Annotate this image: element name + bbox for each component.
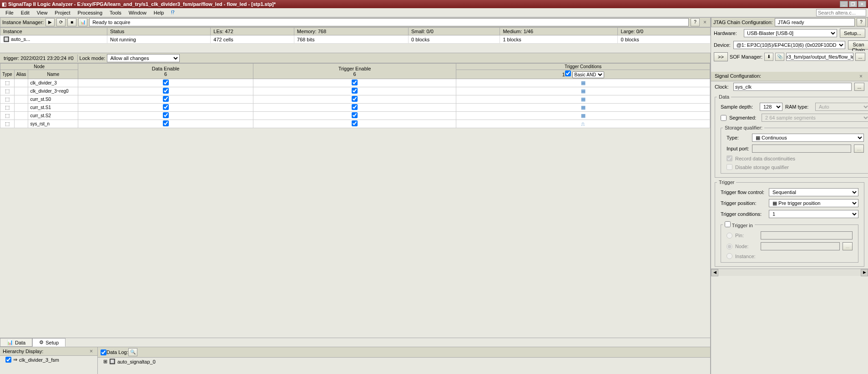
tfc-select[interactable]: Sequential bbox=[769, 188, 858, 196]
de-checkbox[interactable] bbox=[163, 88, 169, 94]
trigger-condition-cell[interactable]: ▦ bbox=[456, 112, 710, 120]
col-instance[interactable]: Instance bbox=[0, 28, 107, 35]
stop-button[interactable]: ■ bbox=[67, 18, 76, 26]
node-row[interactable]: ⬚sys_rst_n⎍ bbox=[0, 120, 710, 128]
hier-checkbox[interactable] bbox=[5, 357, 11, 363]
te-checkbox[interactable] bbox=[352, 96, 358, 102]
menu-edit[interactable]: Edit bbox=[17, 9, 33, 16]
te-checkbox[interactable] bbox=[352, 104, 358, 110]
col-les[interactable]: LEs: 472 bbox=[211, 28, 294, 35]
instance-row[interactable]: 🔲 auto_s... Not running 472 cells 768 bi… bbox=[0, 35, 711, 44]
col-status[interactable]: Status bbox=[107, 28, 211, 35]
sof-browse-button[interactable]: ... bbox=[855, 53, 865, 61]
scroll-left[interactable]: ◀ bbox=[711, 269, 718, 276]
close-button[interactable]: × bbox=[858, 1, 866, 7]
node-row[interactable]: ⬚curr_st.S2▦ bbox=[0, 112, 710, 120]
tp-select[interactable]: ▦ Pre trigger position bbox=[769, 199, 858, 207]
de-checkbox[interactable] bbox=[163, 112, 169, 118]
right-scrollbar[interactable]: ◀ ▶ bbox=[711, 269, 868, 276]
node-row[interactable]: ⬚curr_st.S1▦ bbox=[0, 104, 710, 112]
node-row[interactable]: ⬚curr_st.S0▦ bbox=[0, 95, 710, 104]
trigger-legend: Trigger bbox=[717, 180, 736, 185]
signal-in-icon: ⬚ bbox=[5, 113, 10, 118]
menu-file[interactable]: File bbox=[2, 9, 17, 16]
sq-type-select[interactable]: ▦ Continuous bbox=[752, 134, 864, 142]
sample-depth-select[interactable]: 128 bbox=[760, 103, 782, 111]
hierarchy-item[interactable]: ⇒clk_divider_3_fsm bbox=[0, 356, 97, 364]
col-large[interactable]: Large: 0/0 bbox=[618, 28, 711, 35]
titlebar: ◧ SignalTap II Logic Analyzer - E:/sxy/F… bbox=[0, 0, 868, 8]
tc-sub[interactable]: 1 Basic AND bbox=[456, 70, 710, 79]
te-checkbox[interactable] bbox=[352, 88, 358, 94]
trigger-condition-cell[interactable]: ⎍ bbox=[456, 120, 710, 128]
de-checkbox[interactable] bbox=[163, 96, 169, 102]
col-medium[interactable]: Medium: 1/46 bbox=[500, 28, 618, 35]
node-name: curr_st.S2 bbox=[28, 112, 78, 120]
attach-sof-button[interactable]: >> bbox=[714, 52, 728, 61]
help-button[interactable]: ? bbox=[691, 18, 700, 26]
col-small[interactable]: Small: 0/0 bbox=[408, 28, 500, 35]
run-analysis-button[interactable]: ▶ bbox=[45, 18, 55, 26]
signal-in-icon: ⬚ bbox=[5, 121, 10, 126]
maximize-button[interactable]: ❐ bbox=[849, 1, 857, 7]
de-header[interactable]: Data Enable6 bbox=[78, 64, 253, 79]
setup-button[interactable]: Setup... bbox=[840, 29, 865, 38]
datalog-checkbox[interactable] bbox=[101, 349, 106, 355]
node-row[interactable]: ⬚clk_divider_3▦ bbox=[0, 79, 710, 87]
device-select[interactable]: @1: EP3C(10|5)/EP4CE(10|6) (0x020F10DD bbox=[733, 41, 845, 49]
name-header[interactable]: Name bbox=[28, 70, 78, 79]
datalog-item[interactable]: ⊞🔲auto_signaltap_0 bbox=[98, 358, 710, 365]
sigcfg-close[interactable]: × bbox=[858, 73, 864, 80]
menu-window[interactable]: Window bbox=[125, 9, 150, 16]
menu-view[interactable]: View bbox=[33, 9, 51, 16]
clock-input[interactable] bbox=[733, 83, 852, 91]
trigger-condition-cell[interactable]: ▦ bbox=[456, 87, 710, 95]
type-header[interactable]: Type bbox=[0, 70, 15, 79]
te-checkbox[interactable] bbox=[352, 120, 358, 126]
de-checkbox[interactable] bbox=[163, 80, 169, 85]
te-checkbox[interactable] bbox=[352, 80, 358, 85]
menu-processing[interactable]: Processing bbox=[74, 9, 106, 16]
data-group: Data Sample depth: 128 RAM type: Auto Se… bbox=[715, 94, 868, 178]
col-memory[interactable]: Memory: 768 bbox=[294, 28, 408, 35]
lock-mode-select[interactable]: Allow all changes bbox=[107, 54, 180, 62]
hardware-select[interactable]: USB-Blaster [USB-0] bbox=[744, 29, 837, 37]
alias-header[interactable]: Alias bbox=[14, 70, 28, 79]
trigger-in-checkbox[interactable] bbox=[725, 221, 731, 227]
menu-project[interactable]: Project bbox=[51, 9, 74, 16]
hier-close[interactable]: × bbox=[88, 348, 95, 354]
jtag-help-button[interactable]: ? bbox=[857, 18, 866, 26]
scan-chain-button[interactable]: Scan Chain bbox=[848, 40, 868, 50]
menu-tools[interactable]: Tools bbox=[106, 9, 125, 16]
trigger-condition-cell[interactable]: ▦ bbox=[456, 95, 710, 104]
autorun-button[interactable]: ⟳ bbox=[56, 18, 66, 26]
program-button[interactable]: ⬇ bbox=[764, 53, 773, 61]
te-checkbox[interactable] bbox=[352, 112, 358, 118]
tc-header[interactable]: Trigger Conditions bbox=[456, 64, 710, 70]
search-input[interactable] bbox=[816, 9, 866, 16]
de-checkbox[interactable] bbox=[163, 120, 169, 126]
segmented-select: 2 64 sample segments bbox=[762, 114, 868, 122]
clock-browse-button[interactable]: ... bbox=[854, 83, 864, 91]
segmented-checkbox[interactable] bbox=[721, 115, 727, 121]
te-header[interactable]: Trigger Enable6 bbox=[253, 64, 456, 79]
sof-open-button[interactable]: 📎 bbox=[775, 53, 784, 61]
sq-port-label: Input port: bbox=[727, 146, 749, 151]
inst-panel-close[interactable]: × bbox=[701, 19, 708, 25]
de-checkbox[interactable] bbox=[163, 104, 169, 110]
minimize-button[interactable]: _ bbox=[840, 1, 848, 7]
menu-help[interactable]: Help bbox=[150, 9, 168, 16]
node-row[interactable]: ⬚clk_divider_3~reg0▦ bbox=[0, 87, 710, 95]
tcn-select[interactable]: 1 bbox=[769, 210, 858, 218]
expand-icon[interactable]: ⊞ bbox=[103, 359, 107, 364]
sq-type-label: Type: bbox=[727, 135, 749, 140]
read-data-button[interactable]: 📊 bbox=[78, 18, 87, 26]
help-icon[interactable]: ⁉ bbox=[167, 9, 178, 16]
sof-path-input[interactable] bbox=[786, 53, 853, 61]
tab-setup[interactable]: ⚙Setup bbox=[32, 338, 66, 347]
scroll-right[interactable]: ▶ bbox=[861, 269, 868, 276]
datalog-tool-button[interactable]: 🔍 bbox=[128, 348, 137, 356]
trigger-condition-cell[interactable]: ▦ bbox=[456, 79, 710, 87]
trigger-condition-cell[interactable]: ▦ bbox=[456, 104, 710, 112]
tab-data[interactable]: 📊Data bbox=[0, 338, 32, 347]
